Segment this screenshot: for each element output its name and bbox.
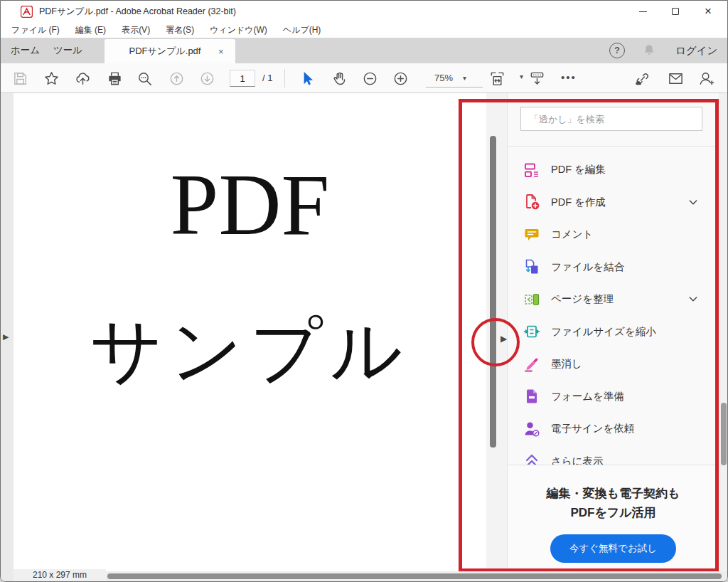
document-text-line2: サンプル (14, 312, 486, 391)
help-icon[interactable]: ? (609, 43, 625, 58)
promo-banner: 編集・変換も電子契約も PDFをフル活用 今すぐ無料でお試し (508, 465, 719, 582)
page-down-icon[interactable] (198, 70, 215, 87)
menu-window[interactable]: ウィンドウ(W) (202, 22, 275, 38)
toolbar-separator (284, 69, 285, 88)
tool-label: 墨消し (551, 357, 582, 371)
search-icon[interactable] (136, 70, 153, 87)
free-trial-button[interactable]: 今すぐ無料でお試し (550, 534, 676, 563)
add-person-icon[interactable] (697, 70, 714, 87)
combine-files-icon (523, 258, 540, 275)
page-number-input[interactable] (230, 70, 255, 87)
minimize-icon (639, 11, 647, 12)
fit-width-icon[interactable] (488, 70, 505, 87)
select-tool-icon[interactable] (298, 70, 315, 87)
tool-item-compress-pdf[interactable]: ファイルサイズを縮小 (508, 316, 719, 349)
title-bar: PDFサンプル.pdf - Adobe Acrobat Reader (32-b… (1, 1, 727, 22)
tool-label: コメント (551, 228, 593, 241)
panel-scrollbar[interactable] (719, 93, 728, 582)
vertical-scrollbar-thumb[interactable] (490, 136, 496, 448)
tool-item-edit-pdf[interactable]: PDF を編集 (508, 154, 719, 186)
chevron-down-icon[interactable]: ▾ (520, 73, 523, 80)
promo-text-line2: PDFをフル活用 (508, 503, 719, 522)
tools-search-input[interactable] (520, 107, 702, 131)
cloud-upload-icon[interactable] (74, 70, 91, 87)
tool-label: さらに表示 (551, 455, 604, 465)
email-icon[interactable] (667, 70, 684, 87)
promo-text-line1: 編集・変換も電子契約も (508, 484, 719, 503)
edit-pdf-icon (523, 162, 540, 179)
scrolling-mode-icon[interactable] (528, 70, 545, 87)
login-button[interactable]: ログイン (670, 38, 723, 63)
more-tools-icon[interactable]: ••• (561, 68, 577, 88)
page-size-status: 210 x 297 mm (14, 569, 106, 581)
notifications-bell-icon[interactable] (641, 43, 657, 58)
menu-view[interactable]: 表示(V) (114, 22, 158, 38)
tool-label: PDF を作成 (551, 196, 606, 209)
minimize-button[interactable] (626, 1, 659, 22)
tool-item-redact[interactable]: 墨消し (508, 348, 719, 381)
tool-item-create-pdf[interactable]: PDF を作成 (508, 186, 719, 219)
tool-label: ファイルを結合 (551, 260, 624, 274)
tool-label: PDF を編集 (551, 163, 606, 176)
panel-scrollbar-thumb[interactable] (721, 403, 727, 465)
tool-label: フォームを準備 (551, 390, 624, 403)
tools-panel: PDF を編集 PDF を作成 コメント ファイルを結合 (507, 93, 719, 582)
zoom-level-value: 75% (426, 73, 453, 83)
tool-item-combine-files[interactable]: ファイルを結合 (508, 251, 719, 284)
maximize-button[interactable] (659, 1, 692, 22)
compress-pdf-icon (523, 323, 540, 340)
print-icon[interactable] (106, 70, 123, 87)
menu-edit[interactable]: 編集 (E) (68, 22, 114, 38)
zoom-in-icon[interactable] (392, 70, 409, 87)
chevron-down-icon: ▾ (463, 74, 466, 82)
zoom-out-icon[interactable] (361, 70, 378, 87)
tool-item-request-signatures[interactable]: 電子サインを依頼 (508, 413, 719, 445)
collapse-panel-icon[interactable]: ▶ (500, 334, 507, 344)
tab-tools[interactable]: ツール (45, 38, 91, 63)
tool-item-prepare-form[interactable]: フォームを準備 (508, 381, 719, 413)
tool-label: 電子サインを依頼 (551, 422, 634, 435)
create-pdf-icon (523, 194, 540, 211)
menu-file[interactable]: ファイル (F) (4, 22, 68, 38)
pdf-page: PDF サンプル (14, 93, 486, 582)
tab-close-icon[interactable]: × (218, 46, 235, 57)
star-icon[interactable] (43, 70, 60, 87)
save-icon[interactable] (11, 70, 28, 87)
main-area: ▶ PDF サンプル ▶ PDF を編集 PDF を作成 (1, 93, 728, 582)
hand-tool-icon[interactable] (331, 70, 348, 87)
tool-label: ファイルサイズを縮小 (551, 325, 656, 339)
horizontal-scrollbar-thumb[interactable] (107, 573, 722, 579)
chevron-down-icon (687, 293, 699, 305)
organize-pages-icon (523, 291, 540, 308)
tool-item-more-tools[interactable]: さらに表示 (508, 445, 719, 465)
tool-item-comment[interactable]: コメント (508, 218, 719, 251)
comment-icon (523, 226, 540, 243)
more-tools-list-icon (523, 453, 540, 465)
page-total-label: / 1 (262, 70, 272, 87)
prepare-form-icon (523, 388, 540, 405)
tab-document[interactable]: PDFサンプル.pdf × (105, 39, 235, 63)
window-title: PDFサンプル.pdf - Adobe Acrobat Reader (32-b… (39, 6, 236, 18)
acrobat-window: PDFサンプル.pdf - Adobe Acrobat Reader (32-b… (0, 0, 728, 582)
menu-sign[interactable]: 署名(S) (158, 22, 202, 38)
request-signatures-icon (523, 420, 540, 438)
tool-label: ページを整理 (551, 292, 614, 306)
panel-divider (508, 146, 719, 147)
tab-bar: ホーム ツール PDFサンプル.pdf × ? ログイン (1, 38, 727, 63)
toolbar: / 1 75% ▾ ▾ ••• (1, 63, 727, 93)
share-link-icon[interactable] (633, 70, 651, 87)
menu-help[interactable]: ヘルプ(H) (275, 22, 329, 38)
chevron-down-icon (687, 196, 699, 208)
zoom-level-dropdown[interactable]: 75% ▾ (426, 69, 483, 88)
acrobat-app-icon (21, 6, 33, 18)
document-text-line1: PDF (14, 162, 486, 248)
expand-nav-pane-icon[interactable]: ▶ (3, 332, 9, 342)
menu-bar: ファイル (F) 編集 (E) 表示(V) 署名(S) ウィンドウ(W) ヘルプ… (1, 22, 727, 38)
tool-item-organize-pages[interactable]: ページを整理 (508, 283, 719, 316)
tab-home[interactable]: ホーム (2, 38, 48, 63)
close-button[interactable]: × (692, 1, 724, 22)
tab-document-label: PDFサンプル.pdf (105, 45, 218, 58)
redact-icon (523, 356, 540, 373)
page-up-icon[interactable] (168, 70, 185, 87)
horizontal-scrollbar[interactable] (106, 571, 728, 581)
